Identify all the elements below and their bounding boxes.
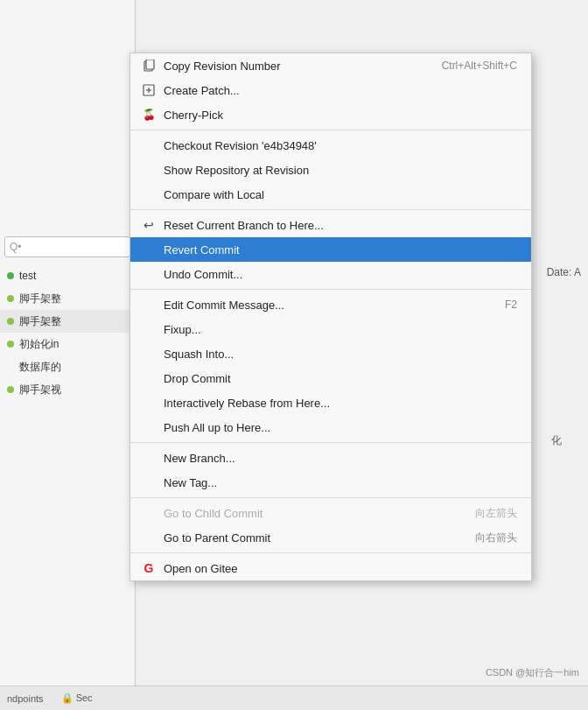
svg-rect-1 [146,60,154,69]
commit-label: test [19,270,36,282]
menu-label-interactive-rebase: Interactively Rebase from Here... [164,397,517,410]
bottom-item-sec: 🔒 Sec [61,692,93,704]
commit-item[interactable]: 脚手架整 [0,287,135,310]
menu-item-interactive-rebase[interactable]: Interactively Rebase from Here... [130,390,531,415]
menu-icon-drop-commit [141,370,157,386]
menu-label-go-parent-commit: Go to Parent Commit [164,531,458,545]
menu-item-reset-branch[interactable]: ↩Reset Current Branch to Here... [130,213,531,237]
menu-separator [130,289,531,290]
menu-separator [130,552,531,553]
menu-item-drop-commit[interactable]: Drop Commit [130,366,531,390]
menu-item-squash[interactable]: Squash Into... [130,341,531,366]
menu-label-edit-commit-message: Edit Commit Message... [164,299,487,312]
menu-label-cherry-pick: Cherry-Pick [164,109,517,122]
menu-icon-compare-local [141,186,157,202]
menu-label-compare-local: Compare with Local [164,188,517,201]
menu-item-push-all[interactable]: Push All up to Here... [130,415,531,439]
bottom-item-endpoints: ndpoints [7,693,44,704]
menu-label-push-all: Push All up to Here... [164,421,517,434]
menu-label-squash: Squash Into... [164,348,517,361]
menu-icon-open-gitee: G [141,560,157,576]
menu-icon-create-patch [141,82,157,98]
ide-right-text: 化 [551,433,562,448]
menu-shortcut-edit-commit-message: F2 [505,299,517,311]
menu-label-create-patch: Create Patch... [164,84,517,97]
commit-item[interactable]: 数据库的 [0,355,135,378]
commit-dot [7,272,14,279]
date-label: Date: A [540,263,588,282]
menu-icon-reset-branch: ↩ [141,217,157,233]
commit-item[interactable]: test [0,264,135,287]
menu-label-go-child-commit: Go to Child Commit [164,507,458,520]
menu-label-revert-commit: Revert Commit [164,243,517,257]
ide-bottom-bar: ndpoints 🔒 Sec [0,685,588,710]
commit-dot [7,295,14,302]
csdn-watermark: CSDN @知行合一him [486,666,579,679]
menu-separator [130,130,531,130]
menu-item-new-tag[interactable]: New Tag... [130,470,531,495]
menu-item-show-repository[interactable]: Show Repository at Revision [130,158,531,182]
menu-icon-fixup [141,321,157,337]
menu-icon-copy-revision [141,58,157,74]
menu-separator [130,497,531,498]
menu-item-edit-commit-message[interactable]: Edit Commit Message...F2 [130,292,531,317]
menu-label-drop-commit: Drop Commit [164,372,517,385]
menu-item-go-child-commit: Go to Child Commit向左箭头 [130,501,531,525]
menu-label-new-tag: New Tag... [164,476,517,489]
menu-icon-show-repository [141,162,157,178]
menu-item-new-branch[interactable]: New Branch... [130,446,531,470]
menu-item-open-gitee[interactable]: GOpen on Gitee [130,556,531,580]
menu-icon-undo-commit [141,266,157,282]
commit-dot [7,318,14,325]
ide-left-panel: Q• test脚手架整脚手架整初始化in数据库的脚手架视 [0,0,136,710]
search-bar[interactable]: Q• [4,236,130,257]
menu-item-checkout-revision[interactable]: Checkout Revision 'e4b34948' [130,133,531,158]
menu-item-copy-revision[interactable]: Copy Revision NumberCtrl+Alt+Shift+C [130,53,531,78]
menu-item-fixup[interactable]: Fixup... [130,317,531,341]
commit-label: 初始化in [19,337,59,352]
commit-list: test脚手架整脚手架整初始化in数据库的脚手架视 [0,264,135,401]
menu-icon-go-child-commit [141,505,157,521]
menu-item-create-patch[interactable]: Create Patch... [130,78,531,102]
menu-label-reset-branch: Reset Current Branch to Here... [164,219,517,232]
menu-label-checkout-revision: Checkout Revision 'e4b34948' [164,139,517,152]
menu-label-open-gitee: Open on Gitee [164,562,517,575]
menu-icon-new-branch [141,450,157,466]
menu-separator [130,209,531,210]
commit-dot [7,341,14,348]
search-placeholder: Q• [10,241,22,253]
commit-item[interactable]: 脚手架整 [0,310,135,333]
commit-label: 脚手架整 [19,314,61,329]
menu-item-undo-commit[interactable]: Undo Commit... [130,262,531,286]
commit-label: 脚手架整 [19,292,61,306]
commit-item[interactable]: 初始化in [0,333,135,355]
menu-icon-cherry-pick: 🍒 [141,107,157,123]
menu-icon-new-tag [141,475,157,490]
context-menu: Copy Revision NumberCtrl+Alt+Shift+CCrea… [130,53,532,581]
menu-label-undo-commit: Undo Commit... [164,268,517,281]
menu-icon-checkout-revision [141,137,157,153]
menu-icon-revert-commit [141,242,157,257]
menu-label-fixup: Fixup... [164,323,517,336]
menu-shortcut-go-parent-commit: 向右箭头 [475,531,517,545]
menu-label-copy-revision: Copy Revision Number [164,60,424,73]
menu-icon-interactive-rebase [141,395,157,411]
commit-dot [7,386,14,393]
commit-label: 数据库的 [19,360,61,375]
menu-icon-edit-commit-message [141,297,157,313]
menu-shortcut-copy-revision: Ctrl+Alt+Shift+C [442,60,517,72]
menu-label-show-repository: Show Repository at Revision [164,164,517,177]
menu-item-compare-local[interactable]: Compare with Local [130,182,531,207]
menu-separator [130,442,531,443]
menu-icon-squash [141,346,157,362]
menu-item-cherry-pick[interactable]: 🍒Cherry-Pick [130,102,531,127]
commit-label: 脚手架视 [19,383,61,397]
menu-label-new-branch: New Branch... [164,452,517,465]
menu-icon-go-parent-commit [141,530,157,545]
menu-item-revert-commit[interactable]: Revert Commit [130,237,531,262]
commit-item[interactable]: 脚手架视 [0,378,135,401]
menu-shortcut-go-child-commit: 向左箭头 [475,506,517,521]
menu-item-go-parent-commit[interactable]: Go to Parent Commit向右箭头 [130,525,531,550]
menu-icon-push-all [141,419,157,435]
